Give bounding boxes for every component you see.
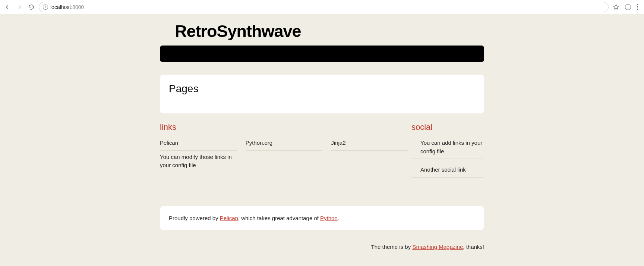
forward-button[interactable] [15, 3, 24, 12]
theme-credit: The theme is by Smashing Magazine, thank… [160, 244, 484, 259]
footer-powered: Proudly powered by Pelican, which takes … [160, 206, 484, 230]
url-host: localhost [50, 4, 71, 10]
star-icon [613, 4, 619, 10]
social-section: social You can add links in your config … [411, 122, 484, 178]
social-link-another[interactable]: Another social link [411, 163, 484, 178]
theme-credit-link[interactable]: Smashing Magazine [412, 244, 463, 250]
menu-button[interactable] [635, 3, 640, 11]
reload-button[interactable] [27, 3, 36, 12]
footer-text-3: . [338, 215, 339, 221]
social-title: social [411, 122, 484, 132]
bookmark-button[interactable] [612, 3, 621, 12]
footer-text-1: Proudly powered by [169, 215, 220, 221]
link-jinja2[interactable]: Jinja2 [331, 137, 408, 151]
main-nav[interactable] [160, 46, 484, 62]
social-link-config[interactable]: You can add links in your config file [411, 137, 484, 159]
link-pelican[interactable]: Pelican [160, 137, 237, 151]
footer-link-python[interactable]: Python [320, 215, 338, 221]
theme-credit-pre: The theme is by [371, 244, 412, 250]
address-bar[interactable]: i localhost:8000 [39, 2, 609, 12]
extension-info-icon[interactable]: i [625, 4, 631, 10]
arrow-left-icon [4, 4, 11, 10]
footer-text-2: , which takes great advantage of [238, 215, 320, 221]
links-section: links Pelican Python.org Jinja2 You can … [160, 122, 408, 178]
link-python-org[interactable]: Python.org [246, 137, 322, 151]
site-info-icon[interactable]: i [43, 4, 48, 10]
link-config-note[interactable]: You can modify those links in your confi… [160, 151, 237, 173]
arrow-right-icon [16, 4, 23, 10]
pages-heading: Pages [169, 83, 475, 95]
url-port: :8000 [71, 4, 84, 10]
links-title: links [160, 122, 408, 132]
browser-toolbar: i localhost:8000 i [0, 0, 644, 14]
reload-icon [28, 4, 35, 10]
back-button[interactable] [3, 3, 12, 12]
page-content: RetroSynthwave Pages links Pelican Pytho… [160, 14, 484, 259]
theme-credit-post: , thanks! [463, 244, 484, 250]
pages-card: Pages [160, 75, 484, 113]
footer-link-pelican[interactable]: Pelican [220, 215, 238, 221]
site-title[interactable]: RetroSynthwave [160, 19, 484, 43]
